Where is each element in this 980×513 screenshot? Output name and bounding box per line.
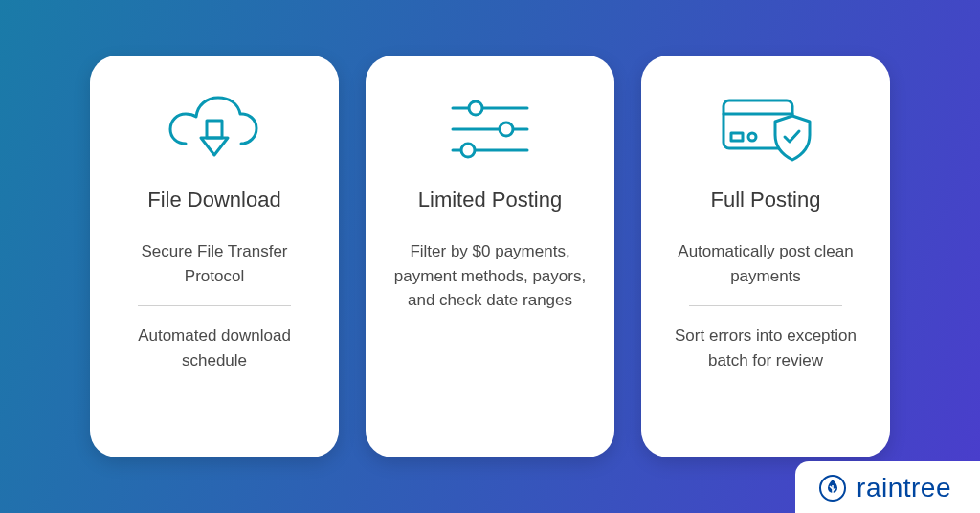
card-body: Filter by $0 payments, payment methods, … [390, 239, 590, 427]
card-item: Filter by $0 payments, payment methods, … [390, 239, 590, 313]
brand-logo-text: raintree [857, 473, 951, 503]
card-body: Automatically post clean payments Sort e… [666, 239, 865, 427]
card-full-posting: Full Posting Automatically post clean pa… [641, 56, 890, 457]
card-shield-icon [718, 86, 813, 172]
card-limited-posting: Limited Posting Filter by $0 payments, p… [366, 56, 614, 457]
card-item: Automated download schedule [115, 323, 314, 372]
card-file-download: File Download Secure File Transfer Proto… [90, 56, 339, 457]
card-item: Automatically post clean payments [666, 239, 865, 288]
sliders-icon [447, 86, 533, 172]
card-body: Secure File Transfer Protocol Automated … [115, 239, 314, 427]
raintree-mark-icon [818, 474, 847, 502]
card-title: Limited Posting [418, 188, 562, 212]
svg-point-2 [469, 101, 482, 115]
cloud-download-icon [167, 86, 262, 172]
card-item: Secure File Transfer Protocol [115, 239, 314, 288]
svg-point-6 [461, 144, 475, 157]
divider [689, 305, 842, 306]
svg-point-10 [748, 133, 756, 141]
background: File Download Secure File Transfer Proto… [0, 0, 980, 513]
card-item: Sort errors into exception batch for rev… [666, 323, 865, 372]
card-title: Full Posting [711, 188, 821, 212]
divider [138, 305, 291, 306]
brand-logo: raintree [795, 461, 980, 513]
card-title: File Download [147, 188, 280, 212]
svg-rect-0 [207, 121, 222, 138]
svg-rect-9 [731, 133, 743, 141]
svg-point-4 [500, 123, 513, 136]
